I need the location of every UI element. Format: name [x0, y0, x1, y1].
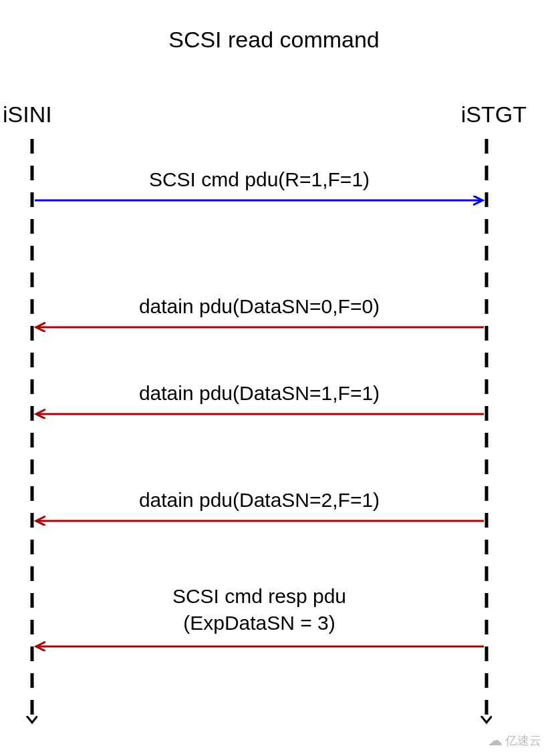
msg-label-2: datain pdu(DataSN=0,F=0): [45, 295, 473, 318]
msg-label-5a: SCSI cmd resp pdu: [45, 585, 473, 608]
msg-label-3: datain pdu(DataSN=1,F=1): [45, 382, 473, 405]
cloud-icon: ☁: [488, 732, 503, 749]
sequence-canvas: [0, 0, 548, 756]
watermark: ☁ 亿速云: [488, 732, 541, 749]
msg-label-1: SCSI cmd pdu(R=1,F=1): [45, 168, 473, 191]
msg-label-4: datain pdu(DataSN=2,F=1): [45, 489, 473, 512]
watermark-text: 亿速云: [505, 733, 541, 749]
msg-label-5b: (ExpDataSN = 3): [45, 612, 473, 634]
